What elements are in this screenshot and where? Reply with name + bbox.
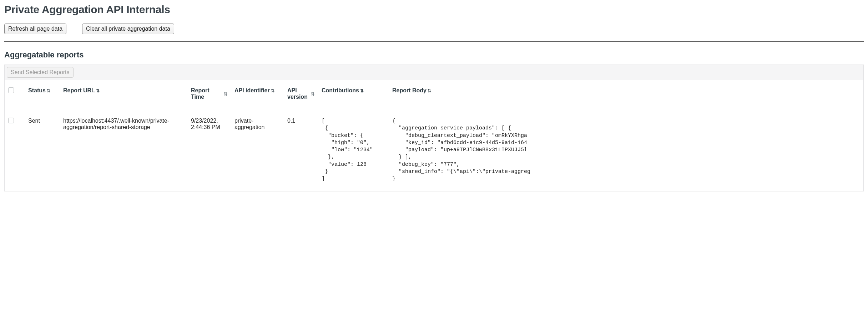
sort-icon: ⇅ <box>47 89 50 93</box>
table-row: Sent https://localhost:4437/.well-known/… <box>5 111 863 191</box>
cell-contributions: [ { "bucket": { "high": "0", "low": "123… <box>318 111 389 191</box>
column-header-api-version[interactable]: API version ⇅ <box>287 87 314 100</box>
column-header-body[interactable]: Report Body ⇅ <box>392 87 431 94</box>
body-pre: { "aggregation_service_payloads": [ { "d… <box>392 118 860 183</box>
clear-data-button[interactable]: Clear all private aggregation data <box>82 24 174 34</box>
cell-body: { "aggregation_service_payloads": [ { "d… <box>389 111 863 191</box>
sort-icon: ⇅ <box>428 89 431 93</box>
column-label: API identifier <box>234 87 270 94</box>
table-header-row: Status ⇅ Report URL ⇅ Report Time ⇅ <box>5 80 863 111</box>
sort-icon: ⇅ <box>271 89 274 93</box>
column-label: Report Body <box>392 87 427 94</box>
section-title: Aggregatable reports <box>4 50 864 60</box>
column-label: API version <box>287 87 310 100</box>
cell-time: 9/23/2022, 2:44:36 PM <box>187 111 231 191</box>
page-title: Private Aggregation API Internals <box>4 4 864 16</box>
column-label: Report URL <box>63 87 95 94</box>
select-all-checkbox[interactable] <box>8 87 14 93</box>
top-toolbar: Refresh all page data Clear all private … <box>4 24 864 42</box>
column-header-url[interactable]: Report URL ⇅ <box>63 87 100 94</box>
column-header-api-id[interactable]: API identifier ⇅ <box>234 87 274 94</box>
reports-table: Status ⇅ Report URL ⇅ Report Time ⇅ <box>5 80 863 191</box>
reports-table-card: Status ⇅ Report URL ⇅ Report Time ⇅ <box>4 80 864 191</box>
cell-url: https://localhost:4437/.well-known/priva… <box>60 111 187 191</box>
row-select-checkbox[interactable] <box>8 118 14 123</box>
column-label: Status <box>28 87 46 94</box>
cell-api-id: private-aggregation <box>231 111 284 191</box>
send-selected-reports-button[interactable]: Send Selected Reports <box>7 67 74 78</box>
contributions-pre: [ { "bucket": { "high": "0", "low": "123… <box>322 118 385 183</box>
send-reports-bar: Send Selected Reports <box>4 65 864 80</box>
refresh-button[interactable]: Refresh all page data <box>4 24 66 34</box>
column-label: Contributions <box>322 87 359 94</box>
sort-icon: ⇅ <box>96 89 100 93</box>
sort-icon: ⇅ <box>224 92 227 96</box>
column-header-status[interactable]: Status ⇅ <box>28 87 50 94</box>
column-header-time[interactable]: Report Time ⇅ <box>191 87 227 100</box>
sort-icon: ⇅ <box>360 89 364 93</box>
column-header-contributions[interactable]: Contributions ⇅ <box>322 87 364 94</box>
cell-api-version: 0.1 <box>284 111 318 191</box>
sort-icon: ⇅ <box>311 92 314 96</box>
cell-status: Sent <box>25 111 60 191</box>
column-label: Report Time <box>191 87 223 100</box>
